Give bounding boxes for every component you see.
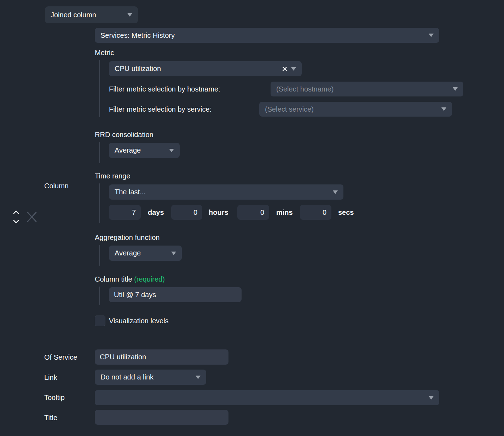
time-vline [99,183,100,223]
column-title-input[interactable] [109,287,242,302]
metric-value: CPU utilization [115,65,161,73]
chevron-up-icon [13,210,19,214]
chevron-down-icon [196,376,201,379]
column-label: Column [44,181,69,190]
time-range-label: Time range [95,171,130,181]
chevron-down-icon [333,190,338,194]
of-service-input[interactable] [95,349,228,365]
datasource-select[interactable]: Services: Metric History [95,28,439,43]
chevron-down-icon [429,34,434,37]
link-value: Do not add a link [100,373,153,381]
chevron-down-icon [453,87,458,91]
tooltip-select[interactable] [95,390,439,405]
visualization-label: Visualization levels [109,316,169,325]
rrd-consolidation-label: RRD consolidation [95,130,153,139]
aggregation-select[interactable]: Average [109,246,182,261]
secs-label: secs [338,208,354,217]
rrd-consolidation-value: Average [115,146,141,154]
secs-input[interactable] [300,205,331,220]
tooltip-label: Tooltip [44,393,65,402]
visualization-checkbox[interactable] [95,316,105,326]
title-input[interactable] [95,410,228,425]
aggregation-value: Average [115,249,141,257]
metric-select[interactable]: CPU utilization [109,61,302,76]
filter-hostname-select[interactable]: (Select hostname) [271,82,463,96]
aggregation-label: Aggregation function [95,233,160,242]
days-label: days [148,208,164,217]
mins-label: mins [276,208,293,217]
filter-hostname-placeholder: (Select hostname) [276,85,334,93]
clear-icon[interactable] [282,66,288,72]
hours-input[interactable] [171,205,202,220]
remove-button[interactable] [26,211,37,223]
title-label: Title [44,413,57,422]
rrd-vline [99,142,100,163]
link-select[interactable]: Do not add a link [95,370,206,385]
link-label: Link [44,373,57,382]
chevron-down-icon [13,220,19,224]
filter-service-label: Filter metric selection by service: [109,105,212,114]
of-service-label: Of Service [44,353,77,362]
rrd-consolidation-select[interactable]: Average [109,143,180,158]
joined-column-button[interactable]: Joined column [45,6,138,23]
metric-label: Metric [95,48,114,57]
filter-hostname-label: Filter metric selection by hostname: [109,84,220,94]
metric-vline [99,60,100,117]
chevron-down-icon [171,252,176,255]
joined-column-form: { "colors": { "background": "#222831", "… [0,0,504,436]
chevron-down-icon [429,396,434,400]
required-badge: (required) [134,275,165,283]
chevron-down-icon [169,149,174,152]
days-input[interactable] [109,205,141,220]
chevron-down-icon [291,67,296,71]
time-range-mode-select[interactable]: The last... [109,184,343,200]
filter-service-placeholder: (Select service) [265,105,314,113]
filter-service-select[interactable]: (Select service) [259,102,452,117]
joined-column-button-label: Joined column [51,11,96,19]
column-title-label-text: Column title [95,275,132,283]
aggregation-vline [99,245,100,266]
move-control[interactable] [13,210,19,224]
column-title-label: Column title (required) [95,275,165,284]
chevron-down-icon [441,107,446,111]
datasource-value: Services: Metric History [100,31,175,40]
time-range-mode-value: The last... [115,188,146,196]
chevron-down-icon [127,13,132,17]
column-title-vline [99,287,100,305]
mins-input[interactable] [237,205,269,220]
hours-label: hours [209,208,228,217]
